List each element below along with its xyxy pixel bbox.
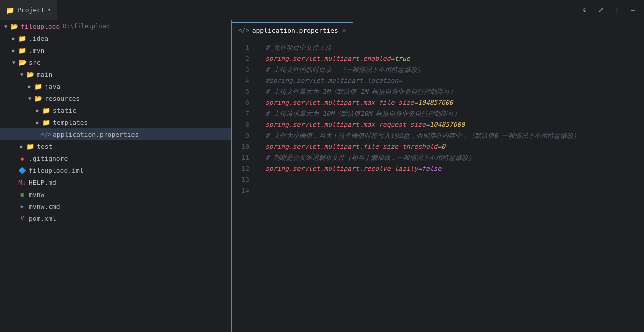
code-eq-8: = bbox=[426, 119, 430, 130]
code-key-10: spring.servlet.multipart.file-size-thres… bbox=[266, 141, 438, 152]
code-line-12: spring.servlet.multipart.resolve-lazily=… bbox=[266, 163, 644, 174]
code-key-8: spring.servlet.multipart.max-request-siz… bbox=[266, 119, 426, 130]
code-comment-7: # 上传请求最大为 10M（默认值10M 根据自身业务自行控制即可） bbox=[266, 108, 460, 119]
code-line-4: #spring.servlet.multipart.location= bbox=[266, 75, 644, 86]
code-comment-1: # 允许项目中文件上传 bbox=[266, 42, 332, 53]
code-eq-10: = bbox=[438, 141, 442, 152]
tab-file-icon: </> bbox=[238, 27, 250, 34]
label-mvnw: mvnw bbox=[29, 191, 44, 198]
code-key-2: spring.servlet.multipart.enabled bbox=[266, 53, 390, 64]
path-fileupload: D:\fileupload bbox=[63, 23, 110, 30]
tab-application-properties[interactable]: </> application.properties ✕ bbox=[232, 22, 354, 38]
code-comment-9: # 文件大小阈值，当大于这个阈值时将写入到磁盘，否则存在内存中，（默认值0 一般… bbox=[266, 130, 580, 141]
code-editor[interactable]: # 允许项目中文件上传 spring.servlet.multipart.ena… bbox=[258, 38, 644, 332]
settings-icon[interactable]: ⊙ bbox=[578, 3, 592, 17]
tree-item-main[interactable]: 📂 main bbox=[0, 68, 232, 80]
label-pom-xml: pom.xml bbox=[29, 215, 56, 222]
tree-item-help-md[interactable]: M↓ HELP.md bbox=[0, 176, 232, 188]
tree-item-gitignore[interactable]: ◆ .gitignore bbox=[0, 152, 232, 164]
editor-area: </> application.properties ✕ 1 2 3 4 5 6… bbox=[232, 20, 644, 332]
line-numbers: 1 2 3 4 5 6 7 8 9 10 11 12 13 14 bbox=[232, 38, 258, 332]
folder-icon-static: 📁 bbox=[42, 106, 51, 115]
code-val-12: false bbox=[422, 163, 442, 174]
code-line-11: # 判断是否要延迟解析文件（相当于懒加载，一般情况下不用特意修改） bbox=[266, 152, 644, 163]
folder-icon-resources: 📂 bbox=[34, 94, 43, 103]
chevron-down-icon: ▾ bbox=[48, 7, 52, 13]
tree-item-mvnw[interactable]: ▣ mvnw bbox=[0, 188, 232, 200]
tree-item-static[interactable]: 📁 static bbox=[0, 104, 232, 116]
top-bar: 📁 Project ▾ ⊙ ⤢ ⋮ — bbox=[0, 0, 644, 20]
label-test: test bbox=[37, 143, 52, 150]
tree-item-src[interactable]: 📂 src bbox=[0, 56, 232, 68]
chevron-java bbox=[26, 82, 34, 90]
tree-item-fileupload[interactable]: 📂 fileupload D:\fileupload bbox=[0, 20, 232, 32]
chevron-idea bbox=[10, 34, 18, 42]
project-label: Project bbox=[18, 6, 45, 14]
tree-item-test[interactable]: 📁 test bbox=[0, 140, 232, 152]
tree-item-resources[interactable]: 📂 resources bbox=[0, 92, 232, 104]
tree-item-application-properties[interactable]: </> application.properties bbox=[0, 128, 232, 140]
file-icon-md: M↓ bbox=[18, 178, 27, 187]
code-comment-4: #spring.servlet.multipart.location= bbox=[266, 75, 402, 86]
code-eq-12: = bbox=[418, 163, 422, 174]
label-application-properties: application.properties bbox=[53, 131, 139, 138]
label-templates: templates bbox=[53, 119, 88, 126]
label-help-md: HELP.md bbox=[29, 179, 56, 186]
code-key-12: spring.servlet.multipart.resolve-lazily bbox=[266, 163, 418, 174]
tree-item-idea[interactable]: 📁 .idea bbox=[0, 32, 232, 44]
tree-item-fileupload-iml[interactable]: 🔷 fileupload.iml bbox=[0, 164, 232, 176]
code-val-10: 0 bbox=[442, 141, 446, 152]
code-comment-5: # 上传文件最大为 1M（默认值 1M 根据自身业务自行控制即可） bbox=[266, 86, 456, 97]
label-static: static bbox=[53, 107, 76, 114]
chevron-templates bbox=[34, 118, 42, 126]
code-line-2: spring.servlet.multipart.enabled=true bbox=[266, 53, 644, 64]
chevron-static bbox=[34, 106, 42, 114]
folder-icon-main: 📂 bbox=[26, 70, 35, 79]
folder-icon-test: 📁 bbox=[26, 142, 35, 151]
minimize-icon[interactable]: — bbox=[626, 3, 640, 17]
chevron-src bbox=[10, 58, 18, 66]
chevron-main bbox=[18, 70, 26, 78]
tree-item-mvn[interactable]: 📁 .mvn bbox=[0, 44, 232, 56]
label-fileupload: fileupload bbox=[21, 23, 60, 30]
label-resources: resources bbox=[45, 95, 80, 102]
tab-bar: </> application.properties ✕ bbox=[232, 20, 644, 38]
file-icon-gitignore: ◆ bbox=[18, 154, 27, 163]
code-line-9: # 文件大小阈值，当大于这个阈值时将写入到磁盘，否则存在内存中，（默认值0 一般… bbox=[266, 130, 644, 141]
label-mvn: .mvn bbox=[29, 47, 44, 54]
label-java: java bbox=[45, 83, 60, 90]
project-folder-icon: 📁 bbox=[6, 6, 14, 14]
label-mvnw-cmd: mvnw.cmd bbox=[29, 203, 60, 210]
expand-icon[interactable]: ⤢ bbox=[594, 3, 608, 17]
code-line-13 bbox=[266, 174, 644, 185]
folder-icon-mvn: 📁 bbox=[18, 46, 27, 55]
main-content: 📂 fileupload D:\fileupload 📁 .idea 📁 .mv… bbox=[0, 20, 644, 332]
code-line-10: spring.servlet.multipart.file-size-thres… bbox=[266, 141, 644, 152]
tab-label: application.properties bbox=[252, 27, 338, 34]
code-line-6: spring.servlet.multipart.max-file-size=1… bbox=[266, 97, 644, 108]
tree-item-templates[interactable]: 📁 templates bbox=[0, 116, 232, 128]
tree-item-pom-xml[interactable]: V pom.xml bbox=[0, 212, 232, 224]
code-line-5: # 上传文件最大为 1M（默认值 1M 根据自身业务自行控制即可） bbox=[266, 86, 644, 97]
code-comment-3: # 上传文件的临时目录 （一般情况下不用特意修改） bbox=[266, 64, 424, 75]
folder-icon-idea: 📁 bbox=[18, 34, 27, 43]
code-val-6: 104857600 bbox=[418, 97, 453, 108]
tree-item-mvnw-cmd[interactable]: ▶ mvnw.cmd bbox=[0, 200, 232, 212]
label-fileupload-iml: fileupload.iml bbox=[29, 167, 84, 174]
more-icon[interactable]: ⋮ bbox=[610, 3, 624, 17]
code-val-8: 104857600 bbox=[430, 119, 465, 130]
file-icon-properties: </> bbox=[42, 130, 51, 139]
code-val-2: true bbox=[394, 53, 410, 64]
code-comment-11: # 判断是否要延迟解析文件（相当于懒加载，一般情况下不用特意修改） bbox=[266, 152, 475, 163]
tab-close-button[interactable]: ✕ bbox=[342, 26, 347, 35]
label-idea: .idea bbox=[29, 35, 48, 42]
file-icon-cmd: ▶ bbox=[18, 202, 27, 211]
code-eq-6: = bbox=[414, 97, 418, 108]
label-main: main bbox=[37, 71, 52, 78]
code-eq-2: = bbox=[390, 53, 394, 64]
project-button[interactable]: 📁 Project ▾ bbox=[0, 0, 57, 20]
folder-icon-fileupload: 📂 bbox=[10, 22, 19, 31]
chevron-test bbox=[18, 142, 26, 150]
tree-item-java[interactable]: 📁 java bbox=[0, 80, 232, 92]
label-gitignore: .gitignore bbox=[29, 155, 68, 162]
